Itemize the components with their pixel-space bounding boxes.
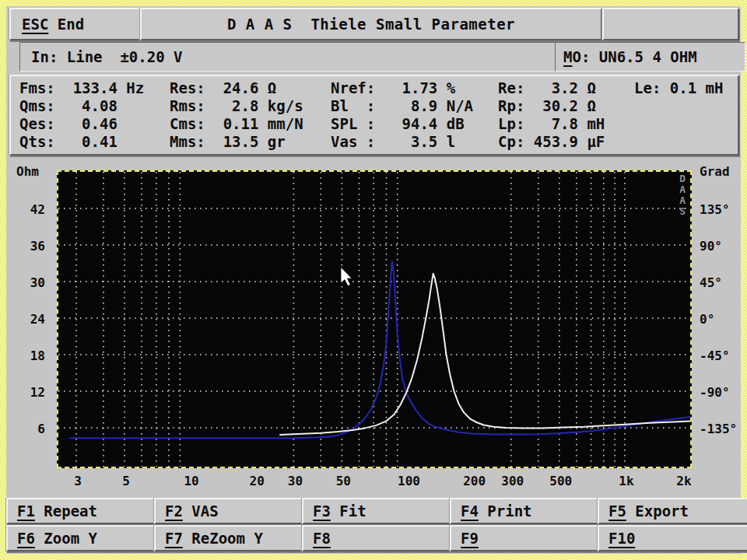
- function-key-label: F9: [461, 530, 479, 547]
- input-status-text: In: Line ±0.20 V: [31, 48, 182, 65]
- parameter-cell: Qms: 4.08: [19, 97, 117, 115]
- right-axis-tick: 0°: [700, 313, 740, 326]
- left-axis-tick: 42: [12, 204, 45, 216]
- esc-action-label: [48, 16, 57, 33]
- parameter-cell: Qts: 0.41: [19, 133, 117, 151]
- x-axis-tick: 100: [388, 474, 430, 488]
- parameter-cell: Nref: 1.73 %: [331, 79, 455, 97]
- function-key-f1[interactable]: F1 Repeat: [6, 498, 159, 524]
- function-action-label: ReZoom Y: [183, 530, 263, 547]
- esc-end-label: End: [58, 16, 84, 33]
- right-axis-title: Grad: [700, 164, 730, 179]
- parameter-row: Qes: 0.46Cms: 0.11 mm/NSPL : 94.4 dBLp: …: [11, 115, 738, 133]
- mouse-cursor: [341, 267, 352, 286]
- left-axis-tick: 24: [12, 313, 45, 326]
- right-axis-tick: -135°: [700, 423, 740, 436]
- left-axis-tick: 36: [12, 240, 45, 253]
- function-key-f6[interactable]: F6 Zoom Y: [6, 525, 159, 551]
- empty-header-button[interactable]: [602, 8, 739, 40]
- model-key-label: M: [563, 48, 572, 65]
- x-axis-tick: 500: [540, 474, 582, 488]
- function-action-label: Repeat: [35, 502, 97, 520]
- function-key-label: F4: [461, 502, 479, 520]
- function-key-label: F1: [17, 502, 35, 520]
- function-key-f4[interactable]: F4 Print: [450, 498, 602, 524]
- function-key-f10[interactable]: F10: [598, 525, 747, 551]
- model-value: O: UN6.5 4 OHM: [572, 48, 696, 65]
- parameter-table: Fms: 133.4 HzRes: 24.6 ΩNref: 1.73 %Re: …: [11, 76, 738, 154]
- grid-lines: [58, 172, 690, 467]
- parameter-cell: Cms: 0.11 mm/N: [170, 115, 303, 133]
- left-axis-tick: 30: [12, 277, 45, 289]
- function-key-f9[interactable]: F9: [450, 525, 602, 551]
- right-axis-tick: 45°: [700, 277, 740, 289]
- left-axis-tick: 18: [12, 350, 45, 362]
- function-key-label: F3: [313, 502, 331, 520]
- model-selector-panel[interactable]: MO: UN6.5 4 OHM: [555, 42, 745, 72]
- x-axis-tick: 2k: [663, 474, 705, 488]
- x-axis-tick: 300: [492, 474, 534, 488]
- function-action-label: Zoom Y: [35, 530, 97, 547]
- parameter-cell: Le: 0.1 mH: [634, 79, 723, 97]
- function-key-label: F2: [165, 502, 183, 520]
- parameter-row: Fms: 133.4 HzRes: 24.6 ΩNref: 1.73 %Re: …: [11, 79, 738, 97]
- x-axis-tick: 1k: [605, 474, 647, 488]
- daas-watermark: DAAS: [679, 173, 686, 217]
- input-status-panel[interactable]: In: Line ±0.20 V: [19, 42, 558, 72]
- parameter-cell: SPL : 94.4 dB: [331, 115, 465, 133]
- parameter-cell: Cp: 453.9 µF: [498, 133, 605, 151]
- x-axis-tick: 50: [322, 474, 364, 488]
- left-axis-title: Ohm: [6, 164, 39, 179]
- desktop-background: ESC End D A A S Thiele Small Parameter I…: [6, 6, 741, 554]
- page-title: D A A S Thiele Small Parameter: [227, 16, 515, 33]
- parameter-cell: Fms: 133.4 Hz: [19, 79, 144, 97]
- daas-screen: ESC End D A A S Thiele Small Parameter I…: [0, 0, 747, 560]
- parameter-table-panel: Fms: 133.4 HzRes: 24.6 ΩNref: 1.73 %Re: …: [9, 75, 739, 156]
- function-key-label: F5: [608, 502, 626, 520]
- x-axis-tick: 200: [454, 474, 496, 488]
- function-key-label: F7: [165, 530, 183, 547]
- parameter-cell: Vas : 3.5 l: [331, 133, 455, 151]
- function-key-f2[interactable]: F2 VAS: [154, 498, 307, 524]
- x-axis-tick: 3: [57, 474, 99, 488]
- function-action-label: Fit: [331, 502, 366, 520]
- parameter-cell: Bl : 8.9 N/A: [331, 97, 473, 115]
- parameter-cell: Res: 24.6 Ω: [170, 79, 276, 97]
- parameter-cell: Lp: 7.8 mH: [498, 115, 605, 133]
- parameter-cell: Rp: 30.2 Ω: [498, 97, 596, 115]
- plot-canvas: [58, 172, 690, 467]
- window-title-bar: D A A S Thiele Small Parameter: [140, 8, 602, 40]
- x-axis-tick: 30: [274, 474, 316, 488]
- function-key-f3[interactable]: F3 Fit: [302, 498, 454, 524]
- function-action-label: Export: [626, 502, 689, 520]
- function-action-label: VAS: [183, 502, 219, 520]
- parameter-cell: Re: 3.2 Ω: [498, 79, 596, 97]
- right-axis-tick: 90°: [700, 240, 740, 253]
- parameter-row: Qms: 4.08Rms: 2.8 kg/sBl : 8.9 N/ARp: 30…: [11, 97, 738, 115]
- impedance-curve-1: [70, 261, 690, 438]
- function-key-label: F6: [17, 530, 35, 547]
- x-axis-tick: 5: [105, 474, 147, 488]
- right-axis-tick: 135°: [700, 204, 740, 216]
- function-key-label: F8: [313, 530, 331, 547]
- plot-area[interactable]: DAAS: [57, 170, 692, 468]
- parameter-cell: Rms: 2.8 kg/s: [170, 97, 303, 115]
- esc-key-label: ESC: [22, 16, 48, 33]
- impedance-chart: Ohm Grad DAAS 4236302418126135°90°45°0°-…: [6, 159, 741, 495]
- esc-end-button[interactable]: ESC End: [9, 8, 151, 40]
- left-axis-tick: 6: [12, 423, 45, 436]
- left-axis-tick: 12: [12, 387, 45, 399]
- right-axis-tick: -90°: [700, 387, 740, 399]
- x-axis-tick: 20: [236, 474, 278, 488]
- function-action-label: Print: [479, 502, 532, 520]
- parameter-row: Qts: 0.41Mms: 13.5 grVas : 3.5 lCp: 453.…: [11, 133, 738, 151]
- function-key-f5[interactable]: F5 Export: [598, 498, 747, 524]
- function-key-label: F10: [608, 530, 635, 547]
- parameter-cell: Qes: 0.46: [19, 115, 117, 133]
- parameter-cell: Mms: 13.5 gr: [170, 133, 286, 151]
- function-key-f8[interactable]: F8: [302, 525, 454, 551]
- right-axis-tick: -45°: [700, 350, 740, 362]
- function-key-f7[interactable]: F7 ReZoom Y: [154, 525, 307, 551]
- x-axis-tick: 10: [170, 474, 212, 488]
